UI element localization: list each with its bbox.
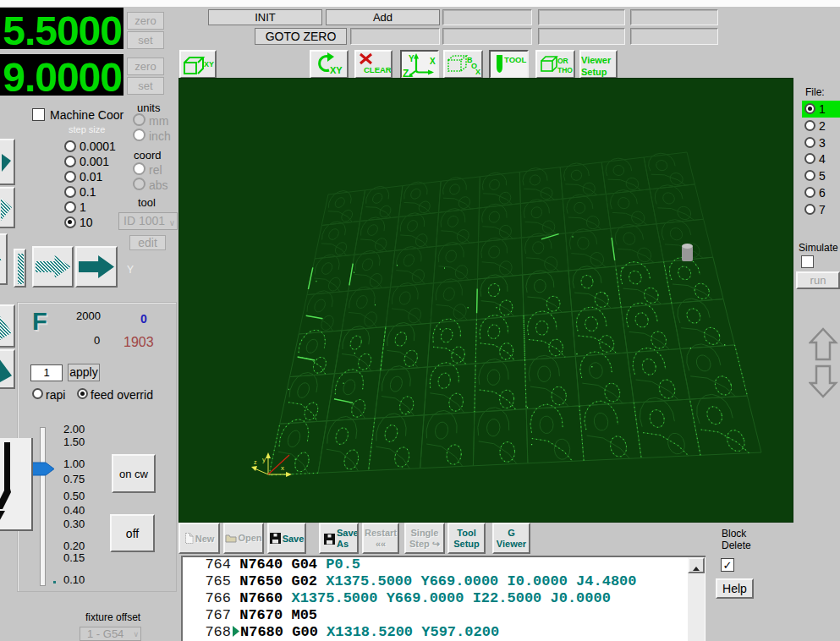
svg-text:z: z bbox=[254, 459, 257, 465]
svg-text:OR: OR bbox=[557, 57, 568, 65]
svg-text:XY: XY bbox=[330, 65, 343, 75]
svg-text:CLEAR: CLEAR bbox=[364, 65, 391, 74]
svg-text:Y: Y bbox=[409, 54, 415, 63]
svg-text:X: X bbox=[475, 68, 480, 76]
svg-text:THO: THO bbox=[557, 66, 573, 74]
svg-text:X: X bbox=[430, 57, 436, 66]
svg-text:y: y bbox=[262, 456, 266, 463]
svg-text:Z: Z bbox=[403, 68, 409, 77]
svg-text:x: x bbox=[281, 464, 284, 472]
svg-text:TOOL: TOOL bbox=[504, 55, 526, 64]
svg-text:XY: XY bbox=[204, 60, 214, 68]
